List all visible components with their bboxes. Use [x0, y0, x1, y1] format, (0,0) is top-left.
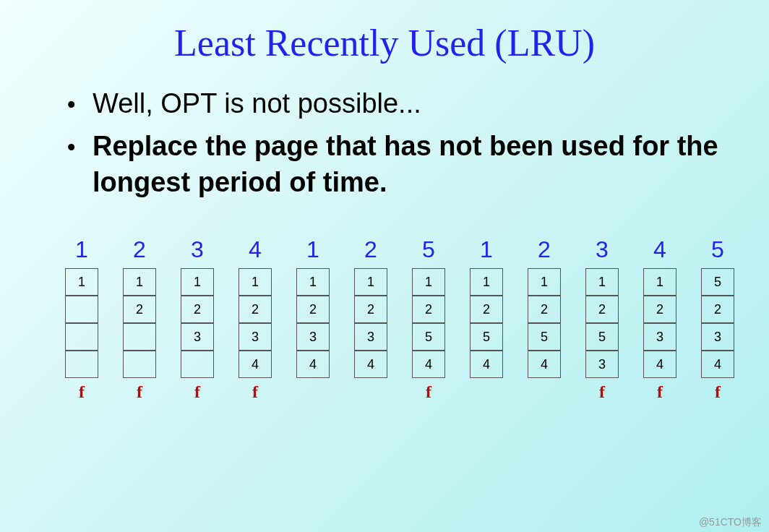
frame-stack: 1254 — [470, 268, 503, 378]
frame-cell: 4 — [354, 351, 387, 378]
frame-cell: 2 — [701, 296, 734, 323]
bullet-text: Well, OPT is not possible... — [93, 88, 421, 119]
frame-column: 55234f — [701, 236, 734, 403]
frame-cell: 2 — [585, 296, 619, 323]
frame-column: 51254f — [412, 236, 445, 403]
frame-cell: 2 — [470, 296, 503, 323]
reference-number: 1 — [306, 236, 319, 265]
frame-column: 11234 — [296, 236, 330, 403]
frame-cell: 3 — [354, 323, 387, 351]
frame-cell: 1 — [239, 268, 272, 296]
frame-cell: 3 — [585, 351, 619, 378]
reference-number: 2 — [133, 236, 146, 265]
frame-cell: 2 — [181, 296, 214, 323]
frame-cell: 3 — [701, 323, 734, 351]
fault-marker: f — [79, 382, 85, 403]
frame-cell — [123, 323, 156, 351]
frame-column: 11f — [65, 236, 98, 403]
frame-stack: 1254 — [412, 268, 445, 378]
reference-number: 3 — [191, 236, 204, 265]
frame-cell: 4 — [701, 351, 734, 378]
frame-column: 11254 — [470, 236, 503, 403]
reference-number: 5 — [422, 236, 435, 265]
frame-cell: 2 — [528, 296, 561, 323]
frame-cell: 1 — [123, 268, 156, 296]
columns-row: 11f212f3123f41234f112342123451254f112542… — [65, 236, 711, 403]
bullet-item: Well, OPT is not possible... — [66, 86, 726, 121]
frame-cell — [123, 351, 156, 378]
frame-column: 31253f — [585, 236, 619, 403]
reference-number: 2 — [538, 236, 551, 265]
fault-marker: f — [137, 382, 142, 403]
slide-title: Least Recently Used (LRU) — [43, 22, 726, 64]
reference-number: 2 — [364, 236, 377, 265]
frame-cell: 2 — [412, 296, 445, 323]
fault-marker: f — [194, 382, 200, 403]
frame-cell: 3 — [643, 323, 676, 351]
frame-column: 41234f — [643, 236, 676, 403]
reference-number: 4 — [653, 236, 666, 265]
frame-cell: 2 — [296, 296, 330, 323]
reference-number: 1 — [75, 236, 88, 265]
frame-column: 3123f — [181, 236, 214, 403]
reference-number: 3 — [596, 236, 609, 265]
frame-stack: 1 — [65, 268, 98, 378]
reference-number: 1 — [480, 236, 493, 265]
frame-cell: 5 — [701, 268, 734, 296]
frame-cell: 2 — [239, 296, 272, 323]
frame-stack: 1234 — [239, 268, 272, 378]
fault-marker: f — [657, 382, 663, 403]
frame-cell — [65, 296, 98, 323]
fault-marker: f — [252, 382, 258, 403]
frame-stack: 12 — [123, 268, 156, 378]
frame-cell: 4 — [296, 351, 330, 378]
frame-cell: 3 — [239, 323, 272, 351]
frame-cell: 2 — [354, 296, 387, 323]
frame-cell: 4 — [412, 351, 445, 378]
frame-cell: 3 — [181, 323, 214, 351]
frame-cell: 1 — [354, 268, 387, 296]
lru-diagram: 11f212f3123f41234f112342123451254f112542… — [43, 236, 726, 403]
frame-cell: 3 — [296, 323, 330, 351]
frame-cell — [65, 351, 98, 378]
frame-stack: 123 — [181, 268, 214, 378]
frame-cell: 2 — [123, 296, 156, 323]
bullet-item: Replace the page that has not been used … — [66, 129, 726, 200]
frame-cell — [65, 323, 98, 351]
frame-cell: 2 — [643, 296, 676, 323]
bullet-text: Replace the page that has not been used … — [93, 131, 718, 197]
frame-cell — [181, 351, 214, 378]
frame-cell: 5 — [585, 323, 619, 351]
frame-stack: 1234 — [296, 268, 330, 378]
reference-number: 4 — [249, 236, 262, 265]
frame-cell: 4 — [528, 351, 561, 378]
frame-cell: 1 — [528, 268, 561, 296]
frame-stack: 1253 — [585, 268, 619, 378]
frame-cell: 1 — [643, 268, 676, 296]
frame-column: 21254 — [528, 236, 561, 403]
frame-cell: 1 — [412, 268, 445, 296]
frame-cell: 5 — [412, 323, 445, 351]
watermark: @51CTO博客 — [699, 516, 762, 529]
slide: Least Recently Used (LRU) Well, OPT is n… — [0, 0, 769, 403]
frame-cell: 4 — [470, 351, 503, 378]
frame-column: 212f — [123, 236, 156, 403]
frame-cell: 1 — [470, 268, 503, 296]
frame-cell: 1 — [585, 268, 619, 296]
frame-cell: 4 — [239, 351, 272, 378]
frame-cell: 1 — [65, 268, 98, 296]
fault-marker: f — [599, 382, 605, 403]
frame-stack: 1234 — [354, 268, 387, 378]
fault-marker: f — [426, 382, 431, 403]
frame-cell: 1 — [181, 268, 214, 296]
frame-cell: 5 — [470, 323, 503, 351]
fault-marker: f — [715, 382, 721, 403]
frame-stack: 1254 — [528, 268, 561, 378]
frame-cell: 5 — [528, 323, 561, 351]
frame-cell: 4 — [643, 351, 676, 378]
frame-column: 41234f — [239, 236, 272, 403]
bullet-list: Well, OPT is not possible... Replace the… — [43, 86, 726, 200]
reference-number: 5 — [711, 236, 724, 265]
frame-column: 21234 — [354, 236, 387, 403]
frame-cell: 1 — [296, 268, 330, 296]
